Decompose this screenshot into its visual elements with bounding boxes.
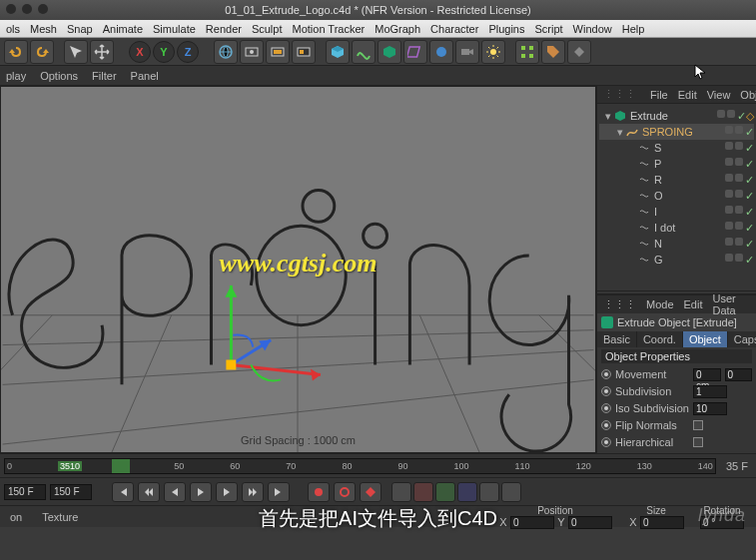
bottom-tab-1[interactable]: on — [0, 506, 32, 528]
key-scale-toggle[interactable] — [413, 482, 433, 502]
minimize-window-button[interactable] — [22, 4, 32, 14]
visibility-render-dot[interactable] — [735, 238, 743, 246]
prev-key-button[interactable] — [138, 482, 160, 502]
pos-x-field[interactable]: 0 — [510, 516, 554, 529]
visibility-render-dot[interactable] — [735, 142, 743, 150]
tree-item-g[interactable]: G✓ — [599, 252, 754, 268]
attr-checkbox[interactable] — [693, 437, 703, 447]
om-objects-menu[interactable]: Objects — [740, 89, 756, 101]
bottom-tab-texture[interactable]: Texture — [32, 506, 88, 528]
menu-help[interactable]: Help — [622, 23, 645, 35]
visibility-editor-dot[interactable] — [717, 110, 725, 118]
tree-item-i-dot[interactable]: I dot✓ — [599, 220, 754, 236]
tree-item-flags[interactable]: ✓ — [725, 222, 754, 235]
visibility-render-dot[interactable] — [735, 206, 743, 214]
attr-value-field[interactable]: 0 — [725, 368, 753, 381]
add-light-button[interactable] — [481, 40, 505, 64]
om-view-menu[interactable]: View — [707, 89, 731, 101]
tree-item-p[interactable]: P✓ — [599, 156, 754, 172]
tree-item-n[interactable]: N✓ — [599, 236, 754, 252]
tree-item-flags[interactable]: ✓ — [725, 158, 754, 171]
menu-plugins[interactable]: Plugins — [488, 23, 524, 35]
visibility-render-dot[interactable] — [727, 110, 735, 118]
autokey-button[interactable] — [334, 482, 356, 502]
render-view-button[interactable] — [240, 40, 264, 64]
attr-userdata-menu[interactable]: User Data — [713, 292, 751, 316]
move-tool-button[interactable] — [90, 40, 114, 64]
check-icon[interactable]: ✓ — [745, 222, 754, 235]
menu-window[interactable]: Window — [573, 23, 612, 35]
key-pla-toggle[interactable] — [479, 482, 499, 502]
attr-tab-coord[interactable]: Coord. — [637, 331, 683, 347]
visibility-editor-dot[interactable] — [725, 254, 733, 262]
anim-dot-icon[interactable] — [601, 403, 611, 413]
key-param-toggle[interactable] — [457, 482, 477, 502]
record-key-button[interactable] — [308, 482, 330, 502]
tree-item-i[interactable]: I✓ — [599, 204, 754, 220]
redo-button[interactable] — [30, 40, 54, 64]
render-settings-button[interactable] — [266, 40, 290, 64]
panel-grip-icon[interactable]: ⋮⋮⋮ — [603, 298, 636, 311]
tree-item-sproing[interactable]: ▾SPROING✓ — [599, 124, 754, 140]
coord-system-button[interactable] — [214, 40, 238, 64]
attr-value-field[interactable]: 1 — [693, 385, 727, 398]
goto-start-button[interactable] — [112, 482, 134, 502]
attr-edit-menu[interactable]: Edit — [684, 298, 703, 310]
tree-item-extrude[interactable]: ▾Extrude✓ ◇ — [599, 108, 754, 124]
visibility-render-dot[interactable] — [735, 190, 743, 198]
tree-item-flags[interactable]: ✓ — [725, 238, 754, 251]
visibility-render-dot[interactable] — [735, 254, 743, 262]
disclosure-triangle-icon[interactable]: ▾ — [615, 126, 625, 139]
anim-dot-icon[interactable] — [601, 437, 611, 447]
menu-render[interactable]: Render — [206, 23, 242, 35]
visibility-editor-dot[interactable] — [725, 222, 733, 230]
tag-button[interactable] — [541, 40, 565, 64]
zoom-window-button[interactable] — [38, 4, 48, 14]
visibility-render-dot[interactable] — [735, 174, 743, 182]
check-icon[interactable]: ✓ — [745, 206, 754, 219]
visibility-render-dot[interactable] — [735, 126, 743, 134]
object-manager-tree[interactable]: ▾Extrude✓ ◇▾SPROING✓S✓P✓R✓O✓I✓I dot✓N✓G✓ — [597, 104, 756, 291]
add-camera-button[interactable] — [455, 40, 479, 64]
attr-value-field[interactable]: 10 — [693, 402, 727, 415]
visibility-render-dot[interactable] — [735, 222, 743, 230]
tree-item-flags[interactable]: ✓ — [725, 126, 754, 139]
perspective-viewport[interactable]: www.cgtsj.com Grid Spacing : 1000 cm — [0, 86, 596, 453]
disclosure-triangle-icon[interactable]: ▾ — [603, 110, 613, 123]
visibility-editor-dot[interactable] — [725, 174, 733, 182]
menu-motion tracker[interactable]: Motion Tracker — [292, 23, 365, 35]
attr-mode-menu[interactable]: Mode — [646, 298, 674, 310]
menu-ols[interactable]: ols — [6, 23, 20, 35]
check-icon[interactable]: ✓ — [737, 110, 746, 123]
menu-character[interactable]: Character — [430, 23, 478, 35]
visibility-editor-dot[interactable] — [725, 190, 733, 198]
key-rot-toggle[interactable] — [435, 482, 455, 502]
viewmenu-panel[interactable]: Panel — [131, 70, 159, 82]
select-tool-button[interactable] — [64, 40, 88, 64]
attr-checkbox[interactable] — [693, 420, 703, 430]
tree-item-flags[interactable]: ✓ — [725, 190, 754, 203]
add-environment-button[interactable] — [429, 40, 453, 64]
next-frame-button[interactable] — [216, 482, 238, 502]
check-icon[interactable]: ✓ — [745, 174, 754, 187]
check-icon[interactable]: ✓ — [745, 190, 754, 203]
keyframe-selection-button[interactable] — [360, 482, 381, 502]
menu-animate[interactable]: Animate — [103, 23, 143, 35]
tree-item-r[interactable]: R✓ — [599, 172, 754, 188]
attr-tab-caps[interactable]: Caps — [728, 331, 756, 347]
key-pos-toggle[interactable] — [391, 482, 411, 502]
undo-button[interactable] — [4, 40, 28, 64]
tree-item-flags[interactable]: ✓ — [717, 110, 746, 123]
tree-item-flags[interactable]: ✓ — [725, 254, 754, 267]
visibility-editor-dot[interactable] — [725, 206, 733, 214]
tree-item-flags[interactable]: ✓ — [725, 142, 754, 155]
render-region-button[interactable] — [292, 40, 316, 64]
play-button[interactable] — [190, 482, 212, 502]
visibility-render-dot[interactable] — [735, 158, 743, 166]
om-edit-menu[interactable]: Edit — [678, 89, 697, 101]
menu-sculpt[interactable]: Sculpt — [252, 23, 283, 35]
check-icon[interactable]: ✓ — [745, 142, 754, 155]
add-primitive-button[interactable] — [326, 40, 350, 64]
menu-snap[interactable]: Snap — [67, 23, 93, 35]
check-icon[interactable]: ✓ — [745, 126, 754, 139]
